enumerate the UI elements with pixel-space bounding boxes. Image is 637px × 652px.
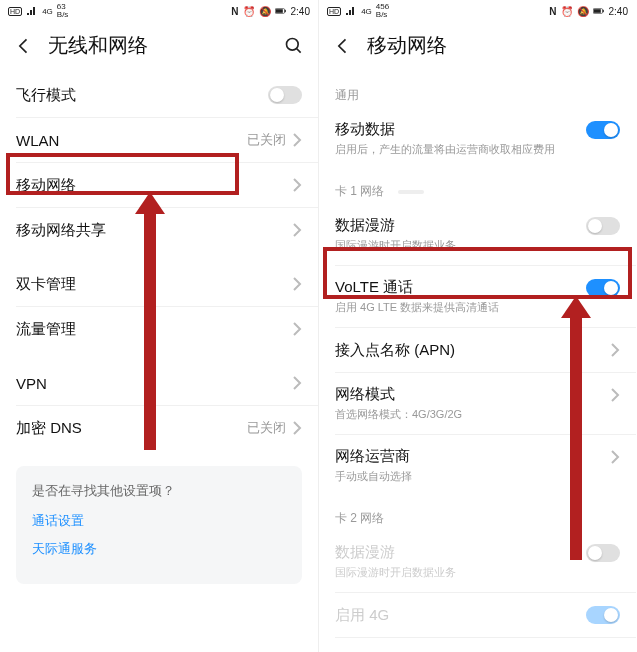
label: 网络模式 xyxy=(335,385,610,404)
search-icon[interactable] xyxy=(284,36,304,56)
label: 数据漫游 xyxy=(335,216,586,235)
battery-icon xyxy=(593,6,605,16)
signal-icon xyxy=(26,6,38,16)
alarm-icon: ⏰ xyxy=(243,6,255,17)
tips-question: 是否在寻找其他设置项？ xyxy=(32,482,286,500)
label: 接入点名称 (APN) xyxy=(335,341,610,360)
sub: 启用后，产生的流量将由运营商收取相应费用 xyxy=(335,142,620,157)
row-apn-2: 接入点名称 (APN) xyxy=(319,638,636,652)
back-icon[interactable] xyxy=(14,36,34,56)
sub: 国际漫游时开启数据业务 xyxy=(335,565,620,580)
net-gen: 4G xyxy=(361,7,372,16)
row-tethering[interactable]: 移动网络共享 xyxy=(0,208,318,252)
grip-icon xyxy=(398,190,424,194)
dnd-icon: 🔕 xyxy=(577,6,589,17)
page-title: 移动网络 xyxy=(367,32,622,59)
annotation-arrow xyxy=(570,314,582,560)
chevron-right-icon xyxy=(292,421,302,435)
row-dualsim[interactable]: 双卡管理 xyxy=(0,262,318,306)
toggle-airplane[interactable] xyxy=(268,86,302,104)
sub: 国际漫游时开启数据业务 xyxy=(335,238,620,253)
net-unit: B/s xyxy=(376,11,389,19)
label: 移动数据 xyxy=(335,120,586,139)
toggle-roaming-1[interactable] xyxy=(586,217,620,235)
back-icon[interactable] xyxy=(333,36,353,56)
hd-badge: HD xyxy=(327,7,341,16)
toggle-mobile-data[interactable] xyxy=(586,121,620,139)
section-card2: 卡 2 网络 xyxy=(319,496,636,531)
chevron-right-icon xyxy=(292,223,302,237)
hd-badge: HD xyxy=(8,7,22,16)
toggle-volte[interactable] xyxy=(586,279,620,297)
toggle-4g xyxy=(586,606,620,624)
header: 无线和网络 xyxy=(0,22,318,73)
status-bar: HD 4G 63B/s N ⏰ 🔕 2:40 xyxy=(0,0,318,22)
svg-point-3 xyxy=(287,38,299,50)
label: WLAN xyxy=(16,132,247,149)
label: 加密 DNS xyxy=(16,419,247,438)
label: 飞行模式 xyxy=(16,86,268,105)
row-apn-1[interactable]: 接入点名称 (APN) xyxy=(319,328,636,372)
tips-link-call[interactable]: 通话设置 xyxy=(32,512,286,530)
label: 网络运营商 xyxy=(335,447,610,466)
net-gen: 4G xyxy=(42,7,53,16)
label: 数据漫游 xyxy=(335,543,586,562)
label: 启用 4G xyxy=(335,606,586,625)
row-vpn[interactable]: VPN xyxy=(0,361,318,405)
annotation-arrow xyxy=(144,210,156,450)
dnd-icon: 🔕 xyxy=(259,6,271,17)
tips-link-skytone[interactable]: 天际通服务 xyxy=(32,540,286,558)
row-wlan[interactable]: WLAN 已关闭 xyxy=(0,118,318,162)
chevron-right-icon xyxy=(292,178,302,192)
row-airplane[interactable]: 飞行模式 xyxy=(0,73,318,117)
battery-icon xyxy=(275,6,287,16)
row-mobile-data[interactable]: 移动数据 启用后，产生的流量将由运营商收取相应费用 xyxy=(319,108,636,169)
section-card1: 卡 1 网络 xyxy=(319,169,636,204)
alarm-icon: ⏰ xyxy=(561,6,573,17)
clock: 2:40 xyxy=(609,6,628,17)
chevron-right-icon xyxy=(610,450,620,464)
section-general: 通用 xyxy=(319,73,636,108)
row-enable-4g: 启用 4G xyxy=(319,593,636,637)
chevron-right-icon xyxy=(610,343,620,357)
net-unit: B/s xyxy=(57,11,69,19)
signal-icon xyxy=(345,6,357,16)
svg-rect-5 xyxy=(593,9,600,13)
nfc-icon: N xyxy=(549,6,556,17)
row-netmode-1[interactable]: 网络模式 首选网络模式：4G/3G/2G xyxy=(319,373,636,434)
chevron-right-icon xyxy=(292,322,302,336)
chevron-right-icon xyxy=(292,376,302,390)
label: VoLTE 通话 xyxy=(335,278,586,297)
page-title: 无线和网络 xyxy=(48,32,270,59)
chevron-right-icon xyxy=(292,133,302,147)
row-traffic[interactable]: 流量管理 xyxy=(0,307,318,351)
chevron-right-icon xyxy=(610,388,620,402)
clock: 2:40 xyxy=(291,6,310,17)
status-bar: HD 4G 456B/s N ⏰ 🔕 2:40 xyxy=(319,0,636,22)
value: 已关闭 xyxy=(247,419,286,437)
tips-card: 是否在寻找其他设置项？ 通话设置 天际通服务 xyxy=(16,466,302,584)
phone-right: HD 4G 456B/s N ⏰ 🔕 2:40 移动网络 通用 移动数据 启用后… xyxy=(318,0,636,652)
row-roaming-2: 数据漫游 国际漫游时开启数据业务 xyxy=(319,531,636,592)
header: 移动网络 xyxy=(319,22,636,73)
svg-rect-2 xyxy=(284,10,285,12)
svg-rect-6 xyxy=(602,10,603,12)
toggle-roaming-2 xyxy=(586,544,620,562)
row-dns[interactable]: 加密 DNS 已关闭 xyxy=(0,406,318,450)
row-carrier[interactable]: 网络运营商 手动或自动选择 xyxy=(319,435,636,496)
nfc-icon: N xyxy=(231,6,238,17)
svg-rect-1 xyxy=(275,9,282,13)
row-roaming-1[interactable]: 数据漫游 国际漫游时开启数据业务 xyxy=(319,204,636,265)
chevron-right-icon xyxy=(292,277,302,291)
value: 已关闭 xyxy=(247,131,286,149)
phone-left: HD 4G 63B/s N ⏰ 🔕 2:40 无线和网络 飞行模式 WLAN 已… xyxy=(0,0,318,652)
